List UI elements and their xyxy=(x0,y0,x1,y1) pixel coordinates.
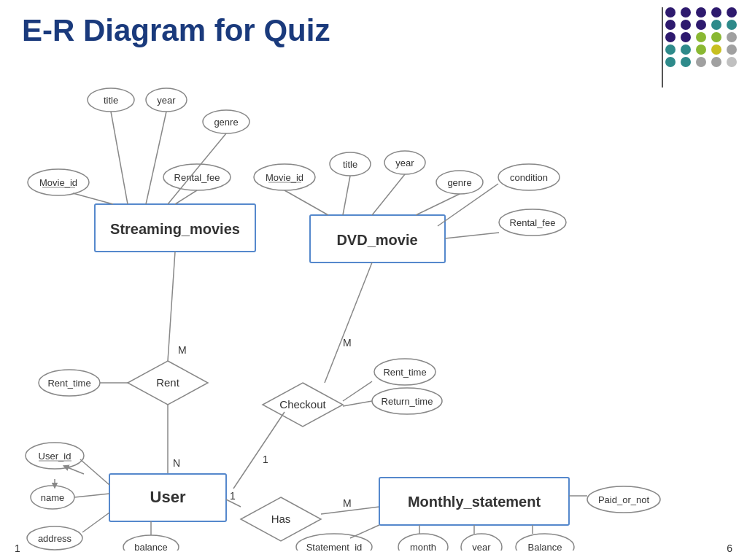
svg-text:Movie_id: Movie_id xyxy=(266,172,303,183)
svg-text:1: 1 xyxy=(263,454,268,465)
page-number-right: 6 xyxy=(727,542,732,554)
svg-text:year: year xyxy=(472,542,491,551)
svg-line-12 xyxy=(146,112,166,204)
dot xyxy=(711,44,721,55)
rel-rent-label: Rent xyxy=(156,376,180,389)
svg-text:Return_time: Return_time xyxy=(382,396,433,407)
page-number-left: 1 xyxy=(15,542,20,554)
dot xyxy=(681,44,691,55)
dot xyxy=(665,20,676,30)
svg-text:genre: genre xyxy=(447,177,471,188)
svg-line-11 xyxy=(111,112,128,204)
svg-text:Rent_time: Rent_time xyxy=(47,378,90,389)
svg-text:Movie_id: Movie_id xyxy=(39,177,77,188)
svg-line-54 xyxy=(233,412,285,489)
dot xyxy=(665,44,676,55)
dot xyxy=(681,7,691,18)
dot xyxy=(681,32,691,42)
svg-text:month: month xyxy=(410,542,436,551)
dot xyxy=(711,20,721,30)
svg-line-41 xyxy=(168,252,175,361)
svg-text:User_id: User_id xyxy=(39,451,71,462)
svg-text:Statement_id: Statement_id xyxy=(306,542,363,551)
svg-text:year: year xyxy=(395,158,414,168)
svg-line-15 xyxy=(73,193,113,204)
svg-text:Paid_or_not: Paid_or_not xyxy=(598,494,649,505)
svg-text:name: name xyxy=(41,492,65,503)
svg-line-32 xyxy=(372,174,405,215)
svg-text:year: year xyxy=(157,95,176,106)
dot xyxy=(696,7,706,18)
svg-text:Balance: Balance xyxy=(528,542,562,551)
svg-text:M: M xyxy=(343,337,352,349)
svg-text:title: title xyxy=(343,159,357,170)
dot xyxy=(696,44,706,55)
dot xyxy=(665,7,676,18)
svg-line-33 xyxy=(416,194,460,215)
dot xyxy=(665,32,676,42)
svg-text:M: M xyxy=(343,497,352,509)
svg-text:condition: condition xyxy=(510,172,548,183)
dot xyxy=(727,20,737,30)
dot xyxy=(696,57,706,67)
svg-text:Rent_time: Rent_time xyxy=(383,367,426,378)
svg-text:1: 1 xyxy=(230,490,236,502)
dot xyxy=(665,57,676,67)
entity-monthly-label: Monthly_statement xyxy=(408,494,541,510)
dot xyxy=(711,57,721,67)
svg-line-84 xyxy=(350,525,379,538)
dot xyxy=(727,44,737,55)
dot xyxy=(681,20,691,30)
entity-user-label: User xyxy=(150,488,186,506)
svg-text:M: M xyxy=(178,344,187,356)
svg-line-14 xyxy=(175,190,197,204)
svg-line-50 xyxy=(343,381,372,401)
svg-text:N: N xyxy=(173,457,180,469)
svg-line-30 xyxy=(285,190,328,215)
svg-text:title: title xyxy=(104,95,118,106)
svg-line-35 xyxy=(445,233,499,238)
svg-text:address: address xyxy=(38,533,72,544)
rel-has-label: Has xyxy=(271,513,291,525)
svg-line-31 xyxy=(343,176,350,215)
svg-line-60 xyxy=(66,467,84,474)
svg-text:Rental_fee: Rental_fee xyxy=(510,217,556,228)
dot xyxy=(696,20,706,30)
dot xyxy=(711,7,721,18)
dot xyxy=(681,57,691,67)
rel-checkout-label: Checkout xyxy=(279,398,326,411)
svg-text:genre: genre xyxy=(214,117,238,128)
svg-line-51 xyxy=(343,401,372,406)
svg-line-71 xyxy=(80,459,109,485)
dot-grid xyxy=(665,7,740,67)
dot xyxy=(727,7,737,18)
svg-line-67 xyxy=(82,513,109,532)
svg-text:balance: balance xyxy=(134,542,168,551)
dot xyxy=(711,32,721,42)
dot xyxy=(696,32,706,42)
er-diagram: Streaming_movies title year genre Movie_… xyxy=(0,69,747,551)
entity-dvd-label: DVD_movie xyxy=(336,232,417,248)
entity-streaming-label: Streaming_movies xyxy=(110,221,240,237)
svg-text:Rental_fee: Rental_fee xyxy=(174,172,220,183)
svg-line-63 xyxy=(74,494,109,497)
svg-line-52 xyxy=(325,262,372,383)
page-title: E-R Diagram for Quiz xyxy=(22,13,330,48)
dot xyxy=(727,32,737,42)
dot xyxy=(727,57,737,67)
